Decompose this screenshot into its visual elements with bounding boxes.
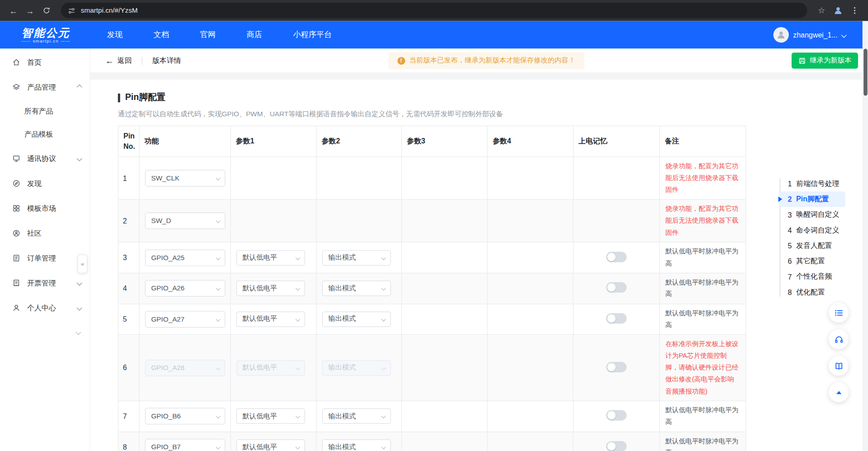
power-memory-toggle[interactable] [606,410,626,421]
anchor-item-3[interactable]: 3唤醒词自定义 [779,207,845,222]
header-nav-item-3[interactable]: 官网 [200,30,215,40]
param2-select[interactable]: 输出模式 [322,312,391,327]
pin-function-select[interactable]: SW_CLK [145,170,225,187]
back-button[interactable]: ← 返回 [105,56,132,66]
pin-function-select[interactable]: SW_D [145,213,225,229]
user-name: zhangwei_1... [793,31,838,39]
param2-cell [316,199,401,242]
sidebar-item-2[interactable]: 产品管理 [0,75,90,100]
column-header-7: 上电记忆 [573,126,660,157]
bookmark-star-icon[interactable]: ☆ [814,3,829,18]
power-memory-toggle[interactable] [606,441,626,451]
sidebar-item-6[interactable]: 发现 [0,171,90,196]
sidebar-item-10[interactable]: 开票管理 [0,271,90,295]
browser-back-icon[interactable]: ← [5,3,21,18]
select-value: 输出模式 [328,253,356,262]
browser-chrome: ← → smartpi.cn/#/YzsM ☆ [0,0,868,21]
sidebar-collapse-button[interactable]: « [77,255,87,274]
browser-forward-icon[interactable]: → [22,3,38,18]
param4-cell [487,401,573,432]
catalog-button[interactable] [829,303,849,323]
column-header-2: 功能 [139,126,231,157]
sidebar-item-8[interactable]: 社区 [0,221,90,246]
order-icon [12,254,21,263]
chevron-down-icon [381,317,386,322]
sidebar-item-5[interactable]: 通讯协议 [0,146,90,171]
chevron-up-icon [76,85,82,90]
anchor-item-7[interactable]: 7个性化音频 [779,269,845,284]
power-memory-toggle[interactable] [606,362,626,372]
header-nav: 发现文档官网商店小程序平台 [107,30,332,40]
back-to-top-button[interactable] [829,382,849,402]
sidebar-item-label: 开票管理 [27,278,72,288]
site-settings-icon[interactable] [67,6,76,14]
select-value: SW_D [151,217,171,225]
back-arrow-icon: ← [105,57,113,65]
pin-function-select[interactable]: GPIO_A26 [145,280,225,297]
sidebar-item-4[interactable]: 产品模板 [0,123,90,146]
pin-row-4: 4GPIO_A26默认低电平输出模式默认低电平时脉冲电平为高 [118,273,746,304]
sidebar-item-3[interactable]: 所有产品 [0,100,90,123]
user-menu[interactable]: zhangwei_1... [773,27,846,43]
pin-function-select[interactable]: GPIO_A27 [145,311,225,328]
param1-select[interactable]: 默认低电平 [236,280,305,296]
headset-button[interactable] [829,329,849,349]
anchor-number: 6 [788,257,792,265]
main-content: ← 返回 版本详情 ! 当前版本已发布，继承为新版本才能保存修改的内容！ 继承为… [90,49,868,451]
select-value: 默认低电平 [243,253,277,262]
chevron-down-icon [216,366,220,370]
remark-text: 默认低电平时脉冲电平为高 [665,276,740,300]
sidebar-item-11[interactable]: 个人中心 [0,295,90,320]
book-button[interactable] [829,356,849,376]
header-nav-item-2[interactable]: 文档 [153,30,169,40]
anchor-item-1[interactable]: 1前端信号处理 [779,176,845,191]
param1-select[interactable]: 默认低电平 [236,250,305,265]
header-nav-item-5[interactable]: 小程序平台 [293,30,332,40]
scrollbar-thumb[interactable] [863,49,868,96]
param1-select[interactable]: 默认低电平 [236,312,305,327]
address-bar[interactable]: smartpi.cn/#/YzsM [61,3,807,18]
anchor-item-5[interactable]: 5发音人配置 [779,238,845,253]
param1-select[interactable]: 默认低电平 [236,408,305,424]
sidebar-item-7[interactable]: 模板市场 [0,196,90,221]
pin-function-select[interactable]: GPIO_B7 [145,439,225,451]
header-nav-item-4[interactable]: 商店 [247,30,262,40]
avatar [773,27,789,43]
param2-select[interactable]: 输出模式 [322,439,391,451]
param2-select[interactable]: 输出模式 [322,408,391,424]
anchor-item-8[interactable]: 8优化配置 [779,285,845,300]
inherit-new-version-button[interactable]: 继承为新版本 [792,52,858,68]
param2-select[interactable]: 输出模式 [322,280,391,296]
version-warning-banner: ! 当前版本已发布，继承为新版本才能保存修改的内容！ [388,52,584,69]
power-memory-toggle[interactable] [606,252,626,262]
select-value: 输出模式 [328,412,356,421]
page-scrollbar[interactable] [863,21,868,451]
section-header: Pin脚配置 [118,92,868,104]
browser-refresh-icon[interactable] [39,3,54,18]
power-memory-toggle[interactable] [606,282,626,293]
warning-text: 当前版本已发布，继承为新版本才能保存修改的内容！ [410,56,576,66]
header-nav-item-1[interactable]: 发现 [107,30,123,40]
sidebar-item-9[interactable]: 订单管理 [0,246,90,271]
pin-number: 1 [118,157,139,199]
home-icon [12,58,21,67]
browser-menu-icon[interactable] [847,3,863,18]
param4-cell [487,273,573,304]
sidebar-more-item[interactable] [0,320,90,343]
logo[interactable]: 智能公元 —— smartpi.cn —— [21,26,70,43]
param2-select[interactable]: 输出模式 [322,250,391,265]
sidebar-item-label: 产品模板 [24,129,81,139]
power-memory-toggle[interactable] [606,313,626,323]
chevron-down-icon [216,414,220,418]
invoice-icon [12,279,21,288]
param1-select[interactable]: 默认低电平 [236,439,305,451]
param2-cell: 输出模式 [316,304,401,335]
sidebar-item-1[interactable]: 首页 [0,50,90,75]
anchor-item-4[interactable]: 4命令词自定义 [779,223,845,238]
anchor-item-6[interactable]: 6其它配置 [779,253,845,269]
browser-profile-icon[interactable] [830,3,846,18]
pin-function-select[interactable]: GPIO_A25 [145,249,225,266]
pin-function-select[interactable]: GPIO_B6 [145,408,225,425]
anchor-item-2[interactable]: 2Pin脚配置 [779,191,845,207]
community-icon [12,229,21,238]
